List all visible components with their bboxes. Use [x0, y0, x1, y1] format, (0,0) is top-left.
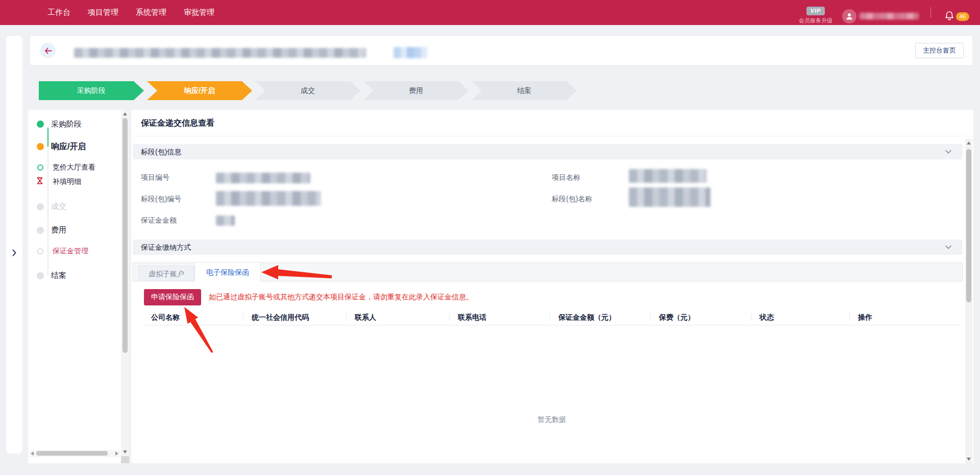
sidebar-item-closure[interactable]: 结案	[51, 271, 66, 280]
step-label: 响应/开启	[184, 86, 215, 96]
col-contact: 联系人	[347, 312, 450, 325]
section-payment-method: 保证金缴纳方式	[133, 240, 963, 255]
scroll-up-icon[interactable]	[967, 141, 971, 145]
guarantee-table-header: 公司名称 统一社会信用代码 联系人 联系电话 保证金金额（元） 保费（元） 状态…	[143, 312, 961, 325]
section-package-info: 标段(包)信息	[133, 144, 963, 159]
field-label-package-no: 标段(包)编号	[141, 195, 181, 204]
avatar[interactable]	[842, 9, 856, 23]
sidebar-horizontal-scrollbar[interactable]	[29, 450, 120, 457]
vip-icon: VIP	[806, 7, 825, 15]
sidebar-item-deal[interactable]: 成交	[51, 202, 66, 211]
sidebar-vertical-scrollbar[interactable]	[121, 110, 129, 456]
col-credit-code: 统一社会信用代码	[243, 312, 347, 325]
field-value-project-name-redacted	[629, 169, 706, 183]
panel-collapse-strip	[6, 36, 22, 454]
step-label: 结案	[517, 86, 531, 96]
step-deal[interactable]: 成交	[255, 81, 360, 100]
col-phone: 联系电话	[450, 312, 550, 325]
dot-pending-icon	[37, 227, 44, 234]
collapse-chevron-icon[interactable]	[945, 245, 951, 249]
field-value-package-name-redacted	[629, 187, 710, 207]
col-premium: 保费（元）	[651, 312, 751, 325]
scroll-down-icon[interactable]	[967, 458, 971, 461]
field-label-package-name: 标段(包)名称	[552, 195, 592, 204]
step-response-open[interactable]: 响应/开启	[147, 81, 252, 100]
step-label: 费用	[409, 86, 423, 96]
page-title: 保证金递交信息查看	[141, 118, 214, 129]
vip-caption: 会员服务升级	[794, 17, 837, 25]
top-nav: 工作台 项目管理 系统管理 审批管理	[47, 0, 214, 25]
section-title: 保证金缴纳方式	[141, 240, 191, 255]
collapse-chevron-icon[interactable]	[945, 150, 951, 154]
expand-toggle-icon[interactable]	[6, 249, 22, 258]
user-icon	[845, 12, 853, 20]
nav-project-management[interactable]: 项目管理	[88, 8, 118, 17]
back-button[interactable]	[40, 43, 56, 58]
scroll-down-icon[interactable]	[123, 450, 127, 454]
step-procurement[interactable]: 采购阶段	[39, 81, 144, 100]
nav-system-management[interactable]: 系统管理	[136, 8, 166, 17]
sidebar-item-response-open[interactable]: 响应/开启	[51, 141, 86, 152]
sidebar-item-fill-details[interactable]: 补填明细	[53, 177, 81, 186]
section-title: 标段(包)信息	[141, 144, 181, 159]
scrollbar-corner	[121, 456, 129, 463]
sidebar-item-fees[interactable]: 费用	[51, 225, 66, 235]
stage-sidebar: 采购阶段 响应/开启 竞价大厅查看 补填明细 成交 费用 保证金管理 结案	[28, 110, 129, 463]
project-title-redacted	[74, 48, 366, 58]
timeline-line-done	[47, 128, 48, 147]
divider	[131, 136, 973, 136]
app-root: 工作台 项目管理 系统管理 审批管理 VIP 会员服务升级 46	[0, 0, 980, 475]
col-status: 状态	[751, 312, 850, 325]
col-company-name: 公司名称	[143, 312, 243, 325]
topbar: 工作台 项目管理 系统管理 审批管理 VIP 会员服务升级 46	[0, 0, 980, 25]
tab-virtual-sub-account[interactable]: 虚拟子账户	[138, 266, 194, 281]
dot-active-icon	[37, 143, 44, 150]
main-vertical-scrollbar[interactable]	[965, 139, 972, 463]
dot-pending-icon	[37, 203, 44, 210]
field-value-project-no-redacted	[216, 173, 310, 183]
ring-pending-icon	[37, 248, 43, 254]
scrollbar-thumb[interactable]	[966, 149, 971, 302]
col-deposit-amount: 保证金金额（元）	[550, 312, 651, 325]
col-actions: 操作	[850, 312, 961, 325]
field-value-package-no-redacted	[216, 191, 321, 206]
notification-badge: 46	[956, 12, 969, 21]
main-panel: 保证金递交信息查看 标段(包)信息 项目编号 项目名称 标段(包)编号 标段(包…	[131, 110, 973, 463]
hourglass-icon	[36, 177, 43, 185]
field-label-project-no: 项目编号	[141, 173, 169, 182]
notification-bell-icon[interactable]	[944, 11, 954, 21]
sidebar-item-bid-hall[interactable]: 竞价大厅查看	[53, 163, 95, 172]
step-label: 成交	[301, 86, 315, 96]
scroll-up-icon[interactable]	[123, 112, 127, 115]
scrollbar-thumb[interactable]	[122, 118, 128, 353]
ring-done-icon	[37, 164, 43, 171]
nav-approval-management[interactable]: 审批管理	[184, 8, 214, 17]
duplicate-deposit-warning: 如已通过虚拟子账号或其他方式递交本项目保证金，请勿重复在此录入保证金信息。	[209, 293, 473, 302]
empty-state-text: 暂无数据	[143, 415, 961, 424]
sidebar-item-procurement[interactable]: 采购阶段	[51, 120, 82, 129]
step-fees[interactable]: 费用	[363, 81, 469, 100]
scrollbar-thumb[interactable]	[36, 451, 108, 456]
breadcrumb-card: 主控台首页	[30, 36, 972, 65]
username-redacted	[860, 13, 919, 19]
console-home-button[interactable]: 主控台首页	[915, 43, 964, 58]
field-label-project-name: 项目名称	[552, 173, 580, 182]
nav-workbench[interactable]: 工作台	[47, 8, 70, 17]
step-closure[interactable]: 结案	[472, 81, 577, 100]
sidebar-item-deposit-management[interactable]: 保证金管理	[53, 247, 88, 256]
scroll-left-icon[interactable]	[31, 452, 34, 456]
apply-insurance-guarantee-button[interactable]: 申请保险保函	[144, 289, 201, 305]
back-arrow-icon	[44, 48, 52, 54]
tab-electronic-insurance-guarantee[interactable]: 电子保险保函	[194, 262, 261, 281]
field-value-deposit-amount-redacted	[216, 216, 235, 226]
field-label-deposit-amount: 保证金金额	[141, 216, 177, 225]
topbar-divider	[930, 7, 931, 18]
status-badge-redacted	[394, 47, 427, 58]
scroll-right-icon[interactable]	[115, 452, 118, 456]
step-label: 采购阶段	[77, 86, 106, 96]
dot-done-icon	[37, 121, 44, 128]
vip-upgrade[interactable]: VIP 会员服务升级	[794, 6, 837, 25]
dot-pending-icon	[37, 272, 44, 279]
payment-tabs-bar: 虚拟子账户 电子保险保函	[133, 263, 963, 281]
timeline-line	[47, 128, 48, 276]
